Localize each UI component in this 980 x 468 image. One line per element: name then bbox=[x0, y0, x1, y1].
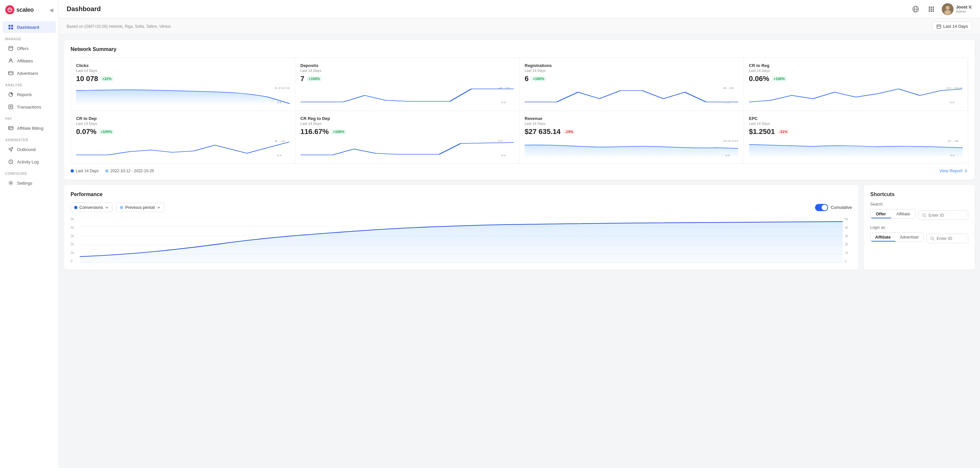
user-name: Joost V. bbox=[956, 5, 972, 10]
svg-text:0: 0 bbox=[950, 101, 955, 104]
sidebar-item-advertisers[interactable]: Advertisers bbox=[3, 67, 56, 79]
svg-text:1000: 1000 bbox=[274, 87, 290, 89]
toggle-knob bbox=[822, 205, 827, 210]
svg-text:0: 0 bbox=[498, 140, 503, 142]
billing-icon bbox=[8, 125, 14, 131]
metric-registrations-period: Last 14 Days bbox=[525, 68, 738, 73]
svg-rect-4 bbox=[11, 27, 13, 29]
sidebar: scaleo ◀ Dashboard MANAGE Offers bbox=[0, 0, 59, 468]
network-summary-section: Network Summary Clicks Last 14 Days 10 0… bbox=[64, 40, 975, 180]
metric-clicks: Clicks Last 14 Days 10 078 +22% bbox=[71, 58, 295, 110]
sidebar-item-reports[interactable]: Reports bbox=[3, 89, 56, 100]
logo: scaleo bbox=[5, 5, 33, 14]
metric-cr-to-reg: CR to Reg Last 14 Days 0.06% +100% 0.32 … bbox=[744, 58, 968, 110]
search-tab-offer[interactable]: Offer bbox=[870, 210, 891, 218]
metric-cr-reg-to-dep: CR Reg to Dep Last 14 Days 116.67% +100%… bbox=[295, 110, 520, 163]
metric-registrations-chart: 4.8 0 bbox=[525, 86, 738, 105]
sidebar-item-affiliate-billing[interactable]: Affiliate Billing bbox=[3, 122, 56, 134]
search-icon bbox=[922, 213, 926, 218]
svg-rect-8 bbox=[8, 72, 13, 75]
metric-cr-to-dep-chart: 1.2 0 bbox=[76, 138, 290, 158]
svg-point-62 bbox=[931, 237, 933, 240]
svg-rect-22 bbox=[929, 6, 930, 8]
metric-cr-to-reg-chart: 0.32 0 bbox=[749, 86, 963, 105]
logo-text: scaleo bbox=[16, 6, 33, 13]
login-input-wrapper[interactable] bbox=[926, 234, 968, 243]
user-menu[interactable]: Joost V. Admin bbox=[942, 3, 972, 15]
bottom-row: Performance Conversions Previous period bbox=[64, 185, 975, 270]
svg-rect-34 bbox=[937, 25, 941, 29]
legend-current-label: Last 14 Days bbox=[76, 169, 99, 173]
sidebar-section-configure: CONFIGURE bbox=[0, 168, 59, 177]
clock-icon bbox=[8, 159, 14, 165]
svg-text:2.4: 2.4 bbox=[947, 140, 959, 142]
metric-epc-value: $1.2501 bbox=[749, 127, 775, 136]
sidebar-label-affiliate-billing: Affiliate Billing bbox=[17, 126, 43, 131]
svg-text:0: 0 bbox=[725, 154, 730, 157]
search-tabs: Offer Affiliate bbox=[870, 209, 916, 219]
sidebar-section-analyse: ANALYSE bbox=[0, 80, 59, 88]
metric-revenue-label: Revenue bbox=[525, 116, 738, 121]
page-title: Dashboard bbox=[67, 5, 100, 13]
sidebar-item-outbound[interactable]: Outbound bbox=[3, 143, 56, 155]
previous-period-dot bbox=[120, 206, 123, 209]
sidebar-item-activity-log[interactable]: Activity Log bbox=[3, 156, 56, 168]
svg-rect-29 bbox=[931, 10, 932, 12]
globe-icon[interactable] bbox=[910, 4, 921, 14]
sidebar-item-transactions[interactable]: Transactions bbox=[3, 101, 56, 113]
metric-clicks-chart: 1000 0 bbox=[76, 86, 290, 105]
svg-line-61 bbox=[925, 216, 926, 217]
metric-cr-to-dep-label: CR to Dep bbox=[76, 116, 290, 121]
conversions-dropdown[interactable]: Conversions bbox=[70, 203, 112, 212]
date-filter-label: Last 14 Days bbox=[943, 24, 968, 29]
dropdown2-chevron bbox=[157, 205, 161, 210]
view-report-link[interactable]: View Report bbox=[939, 168, 968, 173]
date-filter-button[interactable]: Last 14 Days bbox=[932, 22, 972, 31]
legend-previous-label: 2022-10-12 - 2022-10-25 bbox=[110, 169, 154, 173]
login-id-input[interactable] bbox=[937, 236, 965, 241]
previous-period-dropdown[interactable]: Previous period bbox=[116, 203, 164, 212]
metric-cr-reg-to-dep-chart: 0 0 bbox=[301, 138, 514, 158]
sidebar-item-settings[interactable]: Settings bbox=[3, 177, 56, 189]
sub-header: Based on (GMT+02:00) Helsinki, Riga, Sof… bbox=[59, 18, 980, 35]
metric-revenue-badge: -19% bbox=[563, 129, 575, 134]
svg-point-7 bbox=[10, 59, 12, 61]
metric-epc-chart: 2.4 0 bbox=[749, 138, 963, 158]
sidebar-collapse-button[interactable]: ◀ bbox=[49, 7, 53, 13]
search-id-input[interactable] bbox=[928, 213, 965, 218]
search-input-wrapper[interactable] bbox=[918, 210, 968, 220]
svg-rect-24 bbox=[932, 6, 934, 8]
sidebar-item-offers[interactable]: Offers bbox=[3, 43, 56, 54]
sidebar-section-administer: ADMINISTER bbox=[0, 134, 59, 143]
login-tab-advertiser[interactable]: Advertiser bbox=[896, 233, 924, 242]
metric-cr-to-reg-badge: +100% bbox=[772, 76, 787, 81]
sidebar-label-outbound: Outbound bbox=[17, 147, 36, 152]
metric-clicks-badge: +22% bbox=[100, 76, 113, 81]
card-icon bbox=[8, 70, 14, 76]
send-icon bbox=[8, 146, 14, 152]
search-controls: Offer Affiliate bbox=[870, 209, 968, 221]
metric-deposits-chart: 4.8 0 bbox=[301, 86, 514, 105]
metric-epc-badge: -31% bbox=[778, 129, 789, 134]
content-area: Based on (GMT+02:00) Helsinki, Riga, Sof… bbox=[59, 18, 980, 468]
grid-icon[interactable] bbox=[926, 4, 937, 14]
metric-cr-to-dep-value: 0.07% bbox=[76, 127, 96, 136]
sidebar-label-offers: Offers bbox=[17, 46, 29, 51]
header: Dashboard bbox=[59, 0, 980, 18]
svg-text:0: 0 bbox=[277, 101, 282, 104]
metric-revenue-chart: 3200 0 bbox=[525, 138, 738, 158]
svg-point-32 bbox=[946, 6, 950, 10]
svg-rect-14 bbox=[8, 126, 13, 130]
svg-text:0: 0 bbox=[950, 154, 955, 157]
metric-registrations-label: Registrations bbox=[525, 63, 738, 68]
avatar bbox=[942, 3, 953, 15]
performance-title: Performance bbox=[70, 191, 852, 197]
sidebar-item-affiliates[interactable]: Affiliates bbox=[3, 55, 56, 67]
metric-cr-to-reg-label: CR to Reg bbox=[749, 63, 963, 68]
sidebar-item-dashboard[interactable]: Dashboard bbox=[3, 21, 56, 33]
login-as-label: Login as bbox=[870, 225, 968, 230]
search-tab-affiliate[interactable]: Affiliate bbox=[891, 210, 915, 218]
cumulative-toggle[interactable] bbox=[815, 204, 828, 211]
login-tab-affiliate[interactable]: Affiliate bbox=[870, 233, 896, 242]
sidebar-label-transactions: Transactions bbox=[17, 105, 41, 110]
